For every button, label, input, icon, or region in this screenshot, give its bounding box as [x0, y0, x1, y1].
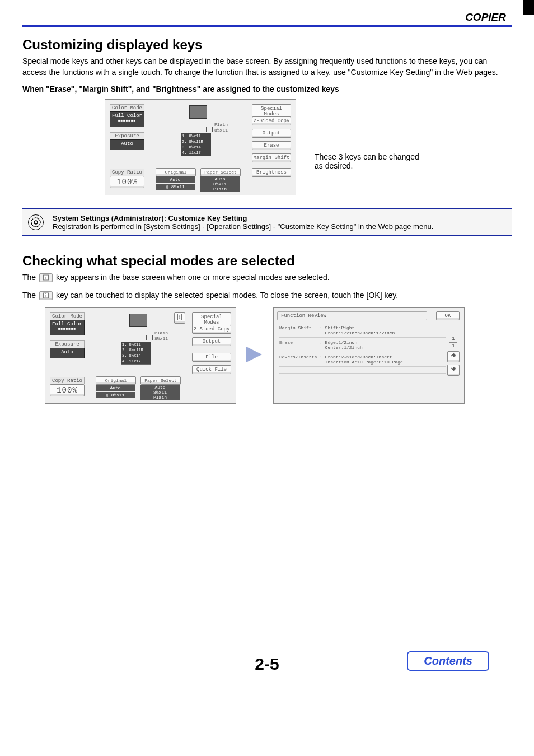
- device-icon: [189, 105, 207, 119]
- admin-note: System Settings (Administrator): Customi…: [22, 208, 512, 236]
- copy-ratio-label: Copy Ratio: [50, 377, 85, 384]
- file-button[interactable]: File: [192, 353, 231, 362]
- page-up-button[interactable]: 🡹: [447, 351, 460, 362]
- full-color-value[interactable]: Full Color ■■■■■■■: [110, 111, 144, 127]
- paper-select-col: Paper Select Auto 8½x11 Plain: [140, 376, 180, 400]
- info-key-icon: [39, 291, 53, 300]
- info-button[interactable]: i: [174, 312, 185, 324]
- empty-row: [279, 384, 446, 387]
- contents-button[interactable]: Contents: [407, 651, 489, 671]
- arrow-icon: [246, 347, 262, 362]
- brightness-button[interactable]: Brightness: [252, 168, 291, 177]
- function-review-row: Erase: Edge:1/2inch Center:1/2inch: [279, 338, 446, 352]
- device-icon: [129, 314, 147, 327]
- original-col: Original Auto ▯ 8½x11: [96, 376, 135, 398]
- para-customizing: Special mode keys and other keys can be …: [22, 56, 512, 78]
- function-review-panel: Function Review OK Margin Shift: Shift:R…: [273, 307, 465, 404]
- quick-file-button[interactable]: Quick File: [192, 365, 231, 374]
- heading-customizing: Customizing displayed keys: [22, 37, 512, 53]
- exposure-value[interactable]: Auto: [50, 348, 85, 358]
- copy-ratio-value[interactable]: 100%: [110, 176, 144, 188]
- fr-value: : Front:2-Sided/Back:Insert Insertion A:…: [320, 354, 446, 365]
- two-sided-button[interactable]: 2-Sided Copy: [252, 116, 291, 125]
- paper-select-button[interactable]: Paper Select: [200, 168, 241, 176]
- note-body: Registration is performed in [System Set…: [53, 222, 433, 231]
- base-screen-panel-2: Color Mode Full Color ■■■■■■■ Exposure A…: [45, 307, 236, 404]
- output-button[interactable]: Output: [192, 337, 231, 346]
- empty-row: [279, 370, 446, 374]
- fr-label: Margin Shift: [279, 325, 320, 335]
- paper-size-label: 8½x11: [154, 336, 168, 341]
- orientation-icon: [146, 335, 153, 340]
- gear-icon: [28, 214, 44, 230]
- fr-label: Covers/Inserts: [279, 354, 320, 365]
- line-info-touch: The key can be touched to display the se…: [22, 290, 512, 301]
- fr-label: Erase: [279, 340, 320, 350]
- svg-point-0: [31, 218, 40, 227]
- full-color-value[interactable]: Full Color ■■■■■■■: [50, 320, 85, 335]
- tray-4[interactable]: 4. 11x17: [181, 150, 211, 156]
- pager: 1 1 🡹 🡻: [447, 336, 460, 376]
- fr-value: : Edge:1/2inch Center:1/2inch: [320, 340, 446, 350]
- original-col: Original Auto ▯ 8½x11: [156, 168, 195, 190]
- fr-value: : Shift:Right Front:1/2inch/Back:1/2inch: [320, 325, 446, 335]
- plain-label: Plain: [154, 330, 168, 335]
- orientation-icon: [206, 127, 213, 132]
- callout-3keys: These 3 keys can be changed as desired.: [315, 152, 427, 170]
- function-review-row: Margin Shift: Shift:Right Front:1/2inch/…: [279, 324, 446, 338]
- two-sided-button[interactable]: 2-Sided Copy: [192, 325, 231, 334]
- tray-4[interactable]: 4. 11x17: [121, 358, 151, 365]
- output-button[interactable]: Output: [252, 129, 291, 138]
- function-review-title: Function Review: [277, 311, 427, 320]
- exposure-label: Exposure: [50, 340, 85, 348]
- subhead-assigned: When "Erase", "Margin Shift", and "Brigh…: [22, 85, 512, 94]
- original-button[interactable]: Original: [156, 168, 196, 176]
- exposure-value[interactable]: Auto: [110, 139, 144, 150]
- copy-ratio-label: Copy Ratio: [110, 169, 144, 176]
- page-corner: [523, 0, 534, 15]
- info-key-icon: [39, 273, 53, 282]
- paper-select-col: Paper Select Auto 8½x11 Plain: [200, 168, 240, 192]
- section-title: COPIER: [465, 11, 512, 24]
- base-screen-panel-1: Color Mode Full Color ■■■■■■■ Exposure A…: [105, 99, 296, 195]
- ok-button[interactable]: OK: [436, 311, 460, 320]
- page-down-button[interactable]: 🡻: [447, 365, 460, 376]
- paper-size-label: 8½x11: [214, 128, 228, 133]
- function-review-row: Covers/Inserts: Front:2-Sided/Back:Inser…: [279, 353, 446, 367]
- note-title: System Settings (Administrator): Customi…: [53, 214, 433, 222]
- header-bar: COPIER: [22, 11, 512, 27]
- exposure-label: Exposure: [110, 132, 144, 139]
- paper-select-button[interactable]: Paper Select: [140, 376, 181, 385]
- heading-checking: Checking what special modes are selected: [22, 253, 512, 269]
- margin-shift-button[interactable]: Margin Shift: [252, 153, 291, 162]
- color-mode-label: Color Mode: [50, 312, 85, 320]
- color-mode-label: Color Mode: [110, 104, 144, 111]
- original-button[interactable]: Original: [96, 376, 136, 385]
- line-info-appears: The key appears in the base screen when …: [22, 272, 512, 283]
- plain-label: Plain: [214, 122, 228, 127]
- copy-ratio-value[interactable]: 100%: [50, 384, 85, 396]
- svg-point-1: [34, 221, 38, 224]
- erase-button[interactable]: Erase: [252, 141, 291, 150]
